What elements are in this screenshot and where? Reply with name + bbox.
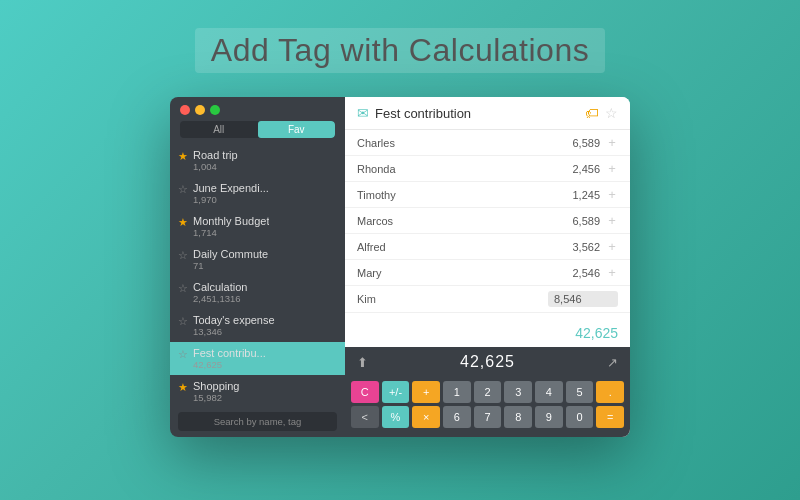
window-controls <box>170 97 345 121</box>
tag-icon[interactable]: 🏷 <box>585 105 599 121</box>
total-row: 42,625 <box>345 319 630 347</box>
calculator: C+/-+12345. <%×67890= <box>345 377 630 437</box>
result-bar: ⬆ 42,625 ↗ <box>345 347 630 377</box>
calc-btn-r0-7[interactable]: 5 <box>566 381 594 403</box>
calc-row-1: C+/-+12345. <box>351 381 624 403</box>
entry-op-3: + <box>606 213 618 228</box>
calc-btn-r1-7[interactable]: 0 <box>566 406 594 428</box>
star-icon-4: ☆ <box>178 282 188 295</box>
minimize-button[interactable] <box>195 105 205 115</box>
item-value-4: 2,451,1316 <box>193 293 247 304</box>
star-icon-1: ☆ <box>178 183 188 196</box>
calc-btn-r1-8[interactable]: = <box>596 406 624 428</box>
item-value-6: 42,625 <box>193 359 266 370</box>
entry-name-5: Mary <box>357 267 550 279</box>
entry-name-6: Kim <box>357 293 548 305</box>
item-value-7: 15,982 <box>193 392 240 403</box>
panel-title: Fest contribution <box>375 106 471 121</box>
sidebar-item-3[interactable]: ☆Daily Commute71 <box>170 243 345 276</box>
star-icon-2: ★ <box>178 216 188 229</box>
calc-btn-r0-2[interactable]: + <box>412 381 440 403</box>
item-value-5: 13,346 <box>193 326 275 337</box>
entry-op-5: + <box>606 265 618 280</box>
tab-bar: All Fav <box>180 121 335 138</box>
entry-value-4: 3,562 <box>550 241 600 253</box>
calc-btn-r1-5[interactable]: 8 <box>504 406 532 428</box>
calc-btn-r0-4[interactable]: 2 <box>474 381 502 403</box>
calc-row-2: <%×67890= <box>351 406 624 428</box>
star-icon-5: ☆ <box>178 315 188 328</box>
calc-btn-r1-3[interactable]: 6 <box>443 406 471 428</box>
calc-btn-r0-5[interactable]: 3 <box>504 381 532 403</box>
tab-fav[interactable]: Fav <box>258 121 336 138</box>
main-panel: ✉ Fest contribution 🏷 ☆ Charles6,589+Rho… <box>345 97 630 437</box>
item-value-3: 71 <box>193 260 268 271</box>
entry-name-4: Alfred <box>357 241 550 253</box>
calc-btn-r0-0[interactable]: C <box>351 381 379 403</box>
star-icon-0: ★ <box>178 150 188 163</box>
close-button[interactable] <box>180 105 190 115</box>
entry-op-0: + <box>606 135 618 150</box>
tab-all[interactable]: All <box>180 121 258 138</box>
item-name-0: Road trip <box>193 149 238 161</box>
calc-btn-r0-8[interactable]: . <box>596 381 624 403</box>
maximize-button[interactable] <box>210 105 220 115</box>
entry-row-4: Alfred3,562+ <box>345 234 630 260</box>
search-bar[interactable]: Search by name, tag <box>178 412 337 431</box>
item-name-6: Fest contribu... <box>193 347 266 359</box>
entry-row-3: Marcos6,589+ <box>345 208 630 234</box>
entry-row-6: Kim <box>345 286 630 313</box>
entry-op-1: + <box>606 161 618 176</box>
calc-btn-r1-0[interactable]: < <box>351 406 379 428</box>
item-name-2: Monthly Budget <box>193 215 269 227</box>
sidebar-item-5[interactable]: ☆Today's expense13,346 <box>170 309 345 342</box>
export-icon[interactable]: ↗ <box>607 355 618 370</box>
sidebar-item-1[interactable]: ☆June Expendi...1,970 <box>170 177 345 210</box>
entry-row-1: Rhonda2,456+ <box>345 156 630 182</box>
sidebar: All Fav ★Road trip1,004☆June Expendi...1… <box>170 97 345 437</box>
page-title: Add Tag with Calculations <box>195 28 605 73</box>
item-name-1: June Expendi... <box>193 182 269 194</box>
calc-btn-r0-3[interactable]: 1 <box>443 381 471 403</box>
entry-name-2: Timothy <box>357 189 550 201</box>
envelope-icon: ✉ <box>357 105 369 121</box>
entry-value-5: 2,546 <box>550 267 600 279</box>
entry-name-3: Marcos <box>357 215 550 227</box>
panel-header: ✉ Fest contribution 🏷 ☆ <box>345 97 630 130</box>
calc-btn-r1-2[interactable]: × <box>412 406 440 428</box>
share-icon[interactable]: ⬆ <box>357 355 368 370</box>
sidebar-item-4[interactable]: ☆Calculation2,451,1316 <box>170 276 345 309</box>
star-icon-7: ★ <box>178 381 188 394</box>
calc-btn-r0-6[interactable]: 4 <box>535 381 563 403</box>
sidebar-item-6[interactable]: ☆Fest contribu...42,625 <box>170 342 345 375</box>
item-value-1: 1,970 <box>193 194 269 205</box>
entry-name-0: Charles <box>357 137 550 149</box>
panel-title-area: ✉ Fest contribution <box>357 105 471 121</box>
entry-row-5: Mary2,546+ <box>345 260 630 286</box>
sidebar-item-2[interactable]: ★Monthly Budget1,714 <box>170 210 345 243</box>
sidebar-item-7[interactable]: ★Shopping15,982 <box>170 375 345 406</box>
star-icon-3: ☆ <box>178 249 188 262</box>
item-name-3: Daily Commute <box>193 248 268 260</box>
sidebar-item-0[interactable]: ★Road trip1,004 <box>170 144 345 177</box>
entry-op-4: + <box>606 239 618 254</box>
item-name-7: Shopping <box>193 380 240 392</box>
item-value-0: 1,004 <box>193 161 238 172</box>
star-icon-6: ☆ <box>178 348 188 361</box>
calc-btn-r1-1[interactable]: % <box>382 406 410 428</box>
entry-op-2: + <box>606 187 618 202</box>
sidebar-list: ★Road trip1,004☆June Expendi...1,970★Mon… <box>170 144 345 406</box>
entry-input-6[interactable] <box>548 291 618 307</box>
calc-btn-r0-1[interactable]: +/- <box>382 381 410 403</box>
panel-actions: 🏷 ☆ <box>585 105 618 121</box>
app-window: All Fav ★Road trip1,004☆June Expendi...1… <box>170 97 630 437</box>
star-icon[interactable]: ☆ <box>605 105 618 121</box>
entries-list: Charles6,589+Rhonda2,456+Timothy1,245+Ma… <box>345 130 630 319</box>
result-value: 42,625 <box>460 353 515 371</box>
calc-btn-r1-4[interactable]: 7 <box>474 406 502 428</box>
entry-value-3: 6,589 <box>550 215 600 227</box>
total-value: 42,625 <box>575 325 618 341</box>
entry-name-1: Rhonda <box>357 163 550 175</box>
calc-btn-r1-6[interactable]: 9 <box>535 406 563 428</box>
entry-value-2: 1,245 <box>550 189 600 201</box>
